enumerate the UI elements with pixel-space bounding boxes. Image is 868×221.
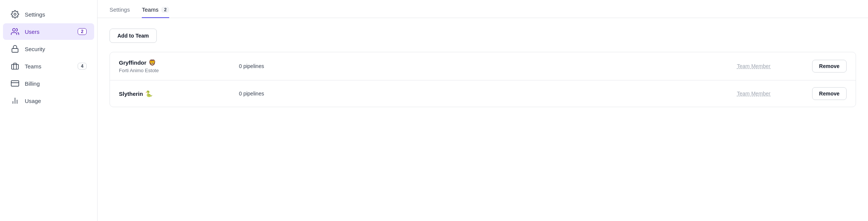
- usage-icon: [11, 96, 20, 105]
- sidebar-item-label: Billing: [25, 80, 40, 87]
- teams-badge: 4: [78, 63, 87, 70]
- team-pipelines-slytherin: 0 pipelines: [239, 91, 737, 97]
- sidebar-item-users[interactable]: Users 2: [3, 23, 94, 40]
- add-to-team-button[interactable]: Add to Team: [110, 29, 157, 43]
- team-info-gryffindor: Gryffindor 🦁 Forti Animo Estote: [119, 59, 239, 73]
- sidebar-item-settings[interactable]: Settings: [3, 6, 94, 23]
- remove-button-gryffindor[interactable]: Remove: [812, 60, 847, 73]
- sidebar-item-security[interactable]: Security: [3, 41, 94, 57]
- svg-rect-4: [11, 81, 19, 86]
- users-icon: [11, 27, 20, 36]
- team-emoji-gryffindor: 🦁: [149, 59, 156, 66]
- sidebar-item-label: Settings: [25, 11, 45, 18]
- sidebar-item-label: Usage: [25, 98, 41, 104]
- sidebar-item-label: Teams: [25, 63, 41, 70]
- remove-button-slytherin[interactable]: Remove: [812, 87, 847, 100]
- sidebar-item-usage[interactable]: Usage: [3, 92, 94, 109]
- sidebar: Settings Users 2 Security: [0, 0, 98, 221]
- team-emoji-slytherin: 🐍: [145, 90, 153, 97]
- main-content: Settings Teams 2 Add to Team Gryffindor …: [98, 0, 868, 221]
- tabs-bar: Settings Teams 2: [98, 0, 868, 18]
- tab-settings[interactable]: Settings: [110, 0, 130, 18]
- sidebar-item-label: Users: [25, 29, 39, 35]
- billing-icon: [11, 79, 20, 88]
- teams-table: Gryffindor 🦁 Forti Animo Estote 0 pipeli…: [110, 52, 856, 107]
- svg-point-0: [14, 13, 16, 15]
- tab-teams-badge: 2: [161, 7, 169, 13]
- team-name-text: Gryffindor: [119, 59, 146, 66]
- svg-rect-3: [12, 64, 18, 69]
- sidebar-item-teams[interactable]: Teams 4: [3, 58, 94, 74]
- gear-icon: [11, 10, 20, 19]
- sidebar-item-label: Security: [25, 46, 45, 52]
- lock-icon: [11, 44, 20, 53]
- team-name-slytherin: Slytherin 🐍: [119, 90, 239, 97]
- team-subtitle-gryffindor: Forti Animo Estote: [119, 68, 239, 73]
- tab-settings-label: Settings: [110, 6, 130, 13]
- tab-teams[interactable]: Teams 2: [142, 0, 169, 18]
- team-role-gryffindor[interactable]: Team Member: [737, 63, 812, 69]
- tab-teams-label: Teams: [142, 6, 158, 13]
- users-badge: 2: [78, 28, 87, 35]
- svg-point-1: [13, 29, 15, 31]
- table-row: Gryffindor 🦁 Forti Animo Estote 0 pipeli…: [110, 52, 856, 80]
- sidebar-item-billing[interactable]: Billing: [3, 75, 94, 92]
- svg-rect-2: [12, 48, 18, 52]
- teams-icon: [11, 62, 20, 71]
- team-name-gryffindor: Gryffindor 🦁: [119, 59, 239, 66]
- table-row: Slytherin 🐍 0 pipelines Team Member Remo…: [110, 80, 856, 107]
- team-pipelines-gryffindor: 0 pipelines: [239, 63, 737, 69]
- team-role-slytherin[interactable]: Team Member: [737, 91, 812, 97]
- content-area: Add to Team Gryffindor 🦁 Forti Animo Est…: [98, 18, 868, 221]
- team-info-slytherin: Slytherin 🐍: [119, 90, 239, 97]
- team-name-text: Slytherin: [119, 91, 143, 97]
